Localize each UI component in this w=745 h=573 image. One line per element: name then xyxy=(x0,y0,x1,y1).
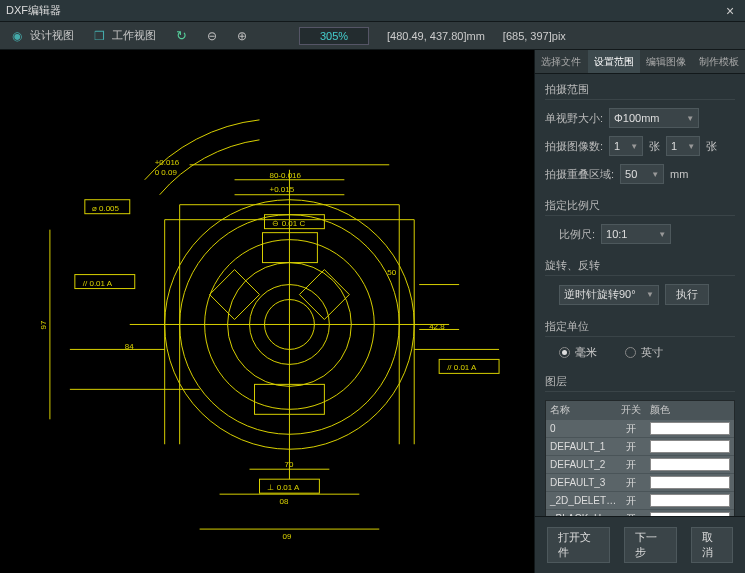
zoom-in-button[interactable] xyxy=(231,27,253,45)
count-y-select[interactable]: 1▼ xyxy=(666,136,700,156)
rotate-option-value: 逆时针旋转90° xyxy=(564,287,636,302)
section-unit: 指定单位 毫米 英寸 xyxy=(545,319,735,360)
zoom-value[interactable]: 305% xyxy=(299,27,369,45)
layer-switch: 开 xyxy=(616,440,646,454)
svg-text:70: 70 xyxy=(284,460,293,469)
layer-color-swatch[interactable] xyxy=(646,457,734,472)
count-y-value: 1 xyxy=(671,140,677,152)
scale-title: 指定比例尺 xyxy=(545,198,735,216)
unit-inch-label: 英寸 xyxy=(641,345,663,360)
count-x-select[interactable]: 1▼ xyxy=(609,136,643,156)
svg-text:⊖ 0.01 C: ⊖ 0.01 C xyxy=(272,219,305,228)
work-view-label: 工作视图 xyxy=(112,28,156,43)
rotate-execute-button[interactable]: 执行 xyxy=(665,284,709,305)
chevron-down-icon: ▼ xyxy=(646,290,654,299)
refresh-button[interactable] xyxy=(170,26,193,45)
section-capture-range: 拍摄范围 单视野大小: Φ100mm▼ 拍摄图像数: 1▼ 张 1▼ xyxy=(545,82,735,184)
radio-inch[interactable]: 英寸 xyxy=(625,345,663,360)
panel-footer: 打开文件 下一步 取消 xyxy=(535,516,745,573)
close-button[interactable]: × xyxy=(721,3,739,19)
layer-row[interactable]: DEFAULT_2开 xyxy=(546,455,734,473)
svg-text:// 0.01 A: // 0.01 A xyxy=(83,279,113,288)
layer-row[interactable]: DEFAULT_3开 xyxy=(546,473,734,491)
side-panel: 选择文件 设置范围 编辑图像 制作模板 拍摄范围 单视野大小: Φ100mm▼ … xyxy=(535,50,745,573)
zoom-out-button[interactable] xyxy=(201,27,223,45)
layer-row[interactable]: _BLACK_H…开 xyxy=(546,509,734,516)
col-switch: 开关 xyxy=(616,403,646,417)
open-file-button[interactable]: 打开文件 xyxy=(547,527,610,563)
cad-drawing: 97 // 0.01 A // 0.01 A ⊥ 0.01 A ⌀ 0.005 … xyxy=(0,50,534,572)
layer-name: 0 xyxy=(546,423,616,434)
tab-select-file[interactable]: 选择文件 xyxy=(535,50,588,73)
overlap-value: 50 xyxy=(625,168,637,180)
canvas-viewport[interactable]: 97 // 0.01 A // 0.01 A ⊥ 0.01 A ⌀ 0.005 … xyxy=(0,50,535,573)
eye-icon xyxy=(12,29,26,43)
layer-row[interactable]: 0开 xyxy=(546,419,734,437)
svg-text:08: 08 xyxy=(279,497,288,506)
svg-text:50: 50 xyxy=(387,268,396,277)
titlebar: DXF编辑器 × xyxy=(0,0,745,22)
capture-range-title: 拍摄范围 xyxy=(545,82,735,100)
count-x-value: 1 xyxy=(614,140,620,152)
coord-pix: [685, 397]pix xyxy=(503,30,566,42)
chevron-down-icon: ▼ xyxy=(630,142,638,151)
svg-text:97: 97 xyxy=(39,320,48,329)
svg-text:09: 09 xyxy=(282,532,291,541)
chevron-down-icon: ▼ xyxy=(658,230,666,239)
rotate-option-select[interactable]: 逆时针旋转90°▼ xyxy=(559,285,659,305)
layer-switch: 开 xyxy=(616,494,646,508)
svg-rect-6 xyxy=(263,233,318,263)
layer-name: DEFAULT_2 xyxy=(546,459,616,470)
layer-table-header: 名称 开关 颜色 xyxy=(546,401,734,419)
fov-label: 单视野大小: xyxy=(545,111,603,126)
design-view-label: 设计视图 xyxy=(30,28,74,43)
layer-switch: 开 xyxy=(616,422,646,436)
count-x-unit: 张 xyxy=(649,139,660,154)
overlap-unit: mm xyxy=(670,168,688,180)
svg-text:84: 84 xyxy=(125,342,134,351)
layers-title: 图层 xyxy=(545,374,735,392)
design-view-button[interactable]: 设计视图 xyxy=(6,26,80,45)
layer-switch: 开 xyxy=(616,458,646,472)
radio-mm[interactable]: 毫米 xyxy=(559,345,597,360)
tab-set-range[interactable]: 设置范围 xyxy=(588,50,641,73)
work-view-button[interactable]: 工作视图 xyxy=(88,26,162,45)
layer-name: _2D_DELET… xyxy=(546,495,616,506)
scale-select[interactable]: 10:1▼ xyxy=(601,224,671,244)
cancel-button[interactable]: 取消 xyxy=(691,527,733,563)
svg-text:⊥ 0.01 A: ⊥ 0.01 A xyxy=(267,483,299,492)
chevron-down-icon: ▼ xyxy=(687,142,695,151)
window-title: DXF编辑器 xyxy=(6,3,721,18)
tab-make-template[interactable]: 制作模板 xyxy=(693,50,746,73)
layer-color-swatch[interactable] xyxy=(646,475,734,490)
coord-mm: [480.49, 437.80]mm xyxy=(387,30,485,42)
overlap-select[interactable]: 50▼ xyxy=(620,164,664,184)
col-name: 名称 xyxy=(546,403,616,417)
svg-text:+0.016: +0.016 xyxy=(155,158,180,167)
chevron-down-icon: ▼ xyxy=(686,114,694,123)
chevron-down-icon: ▼ xyxy=(651,170,659,179)
next-button[interactable]: 下一步 xyxy=(624,527,677,563)
svg-text:80-0.016: 80-0.016 xyxy=(269,171,301,180)
section-scale: 指定比例尺 比例尺: 10:1▼ xyxy=(545,198,735,244)
layer-color-swatch[interactable] xyxy=(646,493,734,508)
count-y-unit: 张 xyxy=(706,139,717,154)
layer-name: DEFAULT_1 xyxy=(546,441,616,452)
rotate-title: 旋转、反转 xyxy=(545,258,735,276)
layer-color-swatch[interactable] xyxy=(646,439,734,454)
section-rotate: 旋转、反转 逆时针旋转90°▼ 执行 xyxy=(545,258,735,305)
svg-text:⌀ 0.005: ⌀ 0.005 xyxy=(92,204,120,213)
unit-mm-label: 毫米 xyxy=(575,345,597,360)
tab-edit-image[interactable]: 编辑图像 xyxy=(640,50,693,73)
svg-text:0 0.09: 0 0.09 xyxy=(155,168,178,177)
layer-row[interactable]: DEFAULT_1开 xyxy=(546,437,734,455)
layer-color-swatch[interactable] xyxy=(646,421,734,436)
cube-icon xyxy=(94,29,108,43)
section-layers: 图层 名称 开关 颜色 0开DEFAULT_1开DEFAULT_2开DEFAUL… xyxy=(545,374,735,516)
fov-select[interactable]: Φ100mm▼ xyxy=(609,108,699,128)
layer-row[interactable]: _2D_DELET…开 xyxy=(546,491,734,509)
layer-switch: 开 xyxy=(616,476,646,490)
layer-name: DEFAULT_3 xyxy=(546,477,616,488)
col-color: 颜色 xyxy=(646,402,734,418)
layer-table: 名称 开关 颜色 0开DEFAULT_1开DEFAULT_2开DEFAULT_3… xyxy=(545,400,735,516)
